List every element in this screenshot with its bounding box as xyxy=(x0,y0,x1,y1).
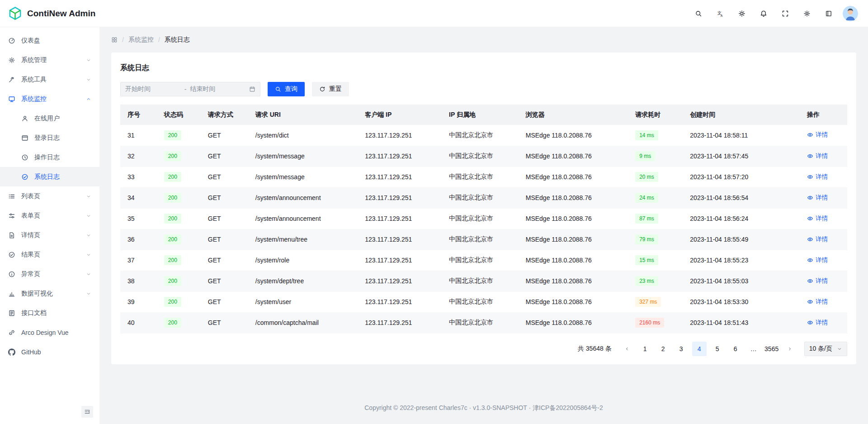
collapse-sidebar-icon xyxy=(85,410,90,414)
cell-status: 200 xyxy=(157,167,201,187)
chevron-left-icon xyxy=(626,348,627,350)
cell-status: 200 xyxy=(157,208,201,229)
detail-link[interactable]: 详情 xyxy=(807,194,828,202)
detail-link[interactable]: 详情 xyxy=(807,256,828,264)
detail-link[interactable]: 详情 xyxy=(807,214,828,223)
cell-duration: 14 ms xyxy=(628,125,683,146)
sidebar-item-system-tools[interactable]: 系统工具 xyxy=(0,70,99,89)
sidebar-item-exception-page[interactable]: 异常页 xyxy=(0,264,99,284)
page-size-select[interactable]: 10 条/页 xyxy=(804,342,847,356)
sidebar-item-system-monitor[interactable]: 系统监控 xyxy=(0,89,99,109)
browser-info: MSEdge 118.0.2088.76 xyxy=(526,236,592,243)
sidebar-item-label: 数据可视化 xyxy=(21,290,53,298)
cell-uri: /system/user xyxy=(248,291,358,312)
sidebar-item-api-docs[interactable]: 接口文档 xyxy=(0,303,99,323)
sidebar-item-label: 系统日志 xyxy=(34,173,60,181)
pagination-page[interactable]: 6 xyxy=(728,342,743,356)
sidebar-subitem-system-log[interactable]: 系统日志 xyxy=(0,167,99,186)
sidebar-subitem-login-log[interactable]: 登录日志 xyxy=(0,128,99,148)
collapse-sidebar-button[interactable] xyxy=(81,406,93,418)
detail-link[interactable]: 详情 xyxy=(807,131,828,139)
chevron-down-icon xyxy=(86,77,91,82)
app-logo-link[interactable]: ContiNew Admin xyxy=(8,6,95,20)
github-icon xyxy=(8,348,15,356)
sidebar-item-form-page[interactable]: 表单页 xyxy=(0,206,99,225)
cell-ip: 123.117.129.251 xyxy=(358,229,442,250)
pagination-page[interactable]: 1 xyxy=(638,342,652,356)
sidebar-item-system-management[interactable]: 系统管理 xyxy=(0,50,99,70)
pagination-page[interactable]: 3 xyxy=(674,342,689,356)
pagination-ellipsis[interactable]: … xyxy=(746,342,761,356)
cell-created: 2023-11-04 18:55:03 xyxy=(683,271,800,291)
row-number: 34 xyxy=(127,194,135,201)
breadcrumb-item-system-monitor[interactable]: 系统监控 xyxy=(128,36,154,44)
sidebar-item-result-page[interactable]: 结果页 xyxy=(0,245,99,264)
layout-button[interactable] xyxy=(821,6,836,21)
sidebar-subitem-online-users[interactable]: 在线用户 xyxy=(0,109,99,128)
user-icon xyxy=(23,116,27,120)
sidebar-item-list-page[interactable]: 列表页 xyxy=(0,186,99,206)
cell-region: 中国北京北京市 xyxy=(442,187,519,208)
detail-link-label: 详情 xyxy=(816,256,828,264)
translate-button[interactable] xyxy=(712,6,728,21)
pagination-page[interactable]: 3565 xyxy=(764,342,779,356)
created-time: 2023-11-04 18:56:54 xyxy=(690,194,748,201)
user-avatar[interactable] xyxy=(843,6,858,21)
sidebar-item-data-visualization[interactable]: 数据可视化 xyxy=(0,284,99,303)
date-range-picker[interactable]: 开始时间 - 结束时间 xyxy=(120,82,260,96)
check-circle-icon xyxy=(9,252,14,257)
sidebar-item-github[interactable]: GitHub xyxy=(0,342,99,362)
column-header: 请求耗时 xyxy=(628,105,683,125)
reset-button[interactable]: 重置 xyxy=(312,82,349,96)
detail-link[interactable]: 详情 xyxy=(807,319,828,327)
sidebar-item-label: 登录日志 xyxy=(34,134,60,142)
cell-no: 31 xyxy=(120,125,157,146)
client-ip: 123.117.129.251 xyxy=(365,319,412,326)
query-button[interactable]: 查询 xyxy=(268,82,305,96)
apps-grid-icon[interactable] xyxy=(111,37,118,43)
detail-link[interactable]: 详情 xyxy=(807,152,828,160)
sidebar-item-label: GitHub xyxy=(21,348,41,356)
detail-link[interactable]: 详情 xyxy=(807,235,828,243)
settings-button[interactable] xyxy=(799,6,815,21)
sidebar-item-arco-design-vue[interactable]: Arco Design Vue xyxy=(0,323,99,342)
detail-link[interactable]: 详情 xyxy=(807,173,828,181)
sidebar-subitem-operation-log[interactable]: 操作日志 xyxy=(0,148,99,167)
search-button[interactable] xyxy=(691,6,706,21)
request-method: GET xyxy=(208,194,221,201)
sidebar-item-dashboard[interactable]: 仪表盘 xyxy=(0,31,99,50)
request-uri: /system/role xyxy=(255,257,289,264)
client-ip: 123.117.129.251 xyxy=(365,298,412,305)
cell-status: 200 xyxy=(157,312,201,333)
request-method: GET xyxy=(208,236,221,243)
theme-toggle-button[interactable] xyxy=(734,6,750,21)
duration-badge: 20 ms xyxy=(635,172,658,182)
cell-no: 36 xyxy=(120,229,157,250)
cell-method: GET xyxy=(201,271,248,291)
table-row: 31 200 GET /system/dict 123.117.129.251 … xyxy=(120,125,847,146)
pagination-page[interactable]: 4 xyxy=(692,342,707,356)
pagination-page[interactable]: 2 xyxy=(656,342,670,356)
wrench-icon xyxy=(9,77,14,82)
sidebar-item-detail-page[interactable]: 详情页 xyxy=(0,225,99,245)
translate-icon xyxy=(717,10,723,17)
chevron-down-icon xyxy=(86,57,91,63)
ip-region: 中国北京北京市 xyxy=(449,235,493,243)
browser-info: MSEdge 118.0.2088.76 xyxy=(526,132,592,139)
detail-link-label: 详情 xyxy=(816,298,828,306)
pagination-prev-button[interactable] xyxy=(620,342,634,356)
duration-badge: 2160 ms xyxy=(635,318,664,328)
duration-badge: 15 ms xyxy=(635,255,658,265)
notifications-button[interactable] xyxy=(756,6,771,21)
browser-info: MSEdge 118.0.2088.76 xyxy=(526,194,592,201)
column-header: IP 归属地 xyxy=(442,105,519,125)
pagination-next-button[interactable] xyxy=(783,342,797,356)
column-header: 创建时间 xyxy=(683,105,800,125)
fullscreen-button[interactable] xyxy=(778,6,793,21)
detail-link[interactable]: 详情 xyxy=(807,277,828,285)
cell-duration: 20 ms xyxy=(628,167,683,187)
pagination-page[interactable]: 5 xyxy=(710,342,725,356)
client-ip: 123.117.129.251 xyxy=(365,132,412,139)
detail-link[interactable]: 详情 xyxy=(807,298,828,306)
request-uri: /common/captcha/mail xyxy=(255,319,319,326)
